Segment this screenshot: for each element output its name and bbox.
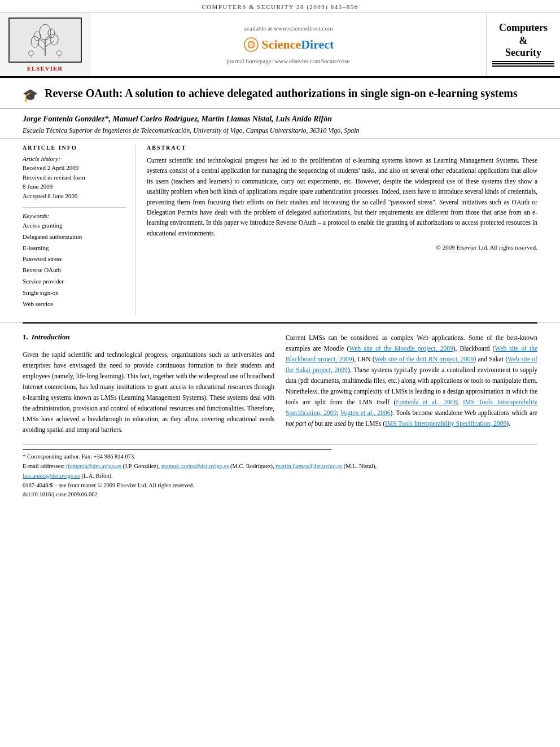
article-title: Reverse OAuth: A solution to achieve del… <box>45 86 518 101</box>
vogten-ref-link[interactable]: Vogten et al., 2006 <box>340 409 391 416</box>
sd-logo-text: ScienceDirect <box>262 37 334 52</box>
keyword-item: Reverse OAuth <box>23 265 126 276</box>
keywords-list: Access grantingDelegated authorizationE-… <box>23 220 126 309</box>
abstract-title: ABSTRACT <box>147 145 537 151</box>
right-text-9: ). <box>506 420 510 427</box>
right-text-4: ) and Sakai ( <box>474 356 508 362</box>
keyword-item: Single sign-on <box>23 287 126 299</box>
lrn-link[interactable]: Web site of the dotLRN project, 2009 <box>375 356 474 362</box>
section1-right-text: Current LMSs can be considered as comple… <box>286 333 537 429</box>
history-label: Article history: <box>23 155 126 162</box>
svg-point-5 <box>40 24 51 40</box>
elsevier-illustration <box>14 22 76 59</box>
article-history-group: Article history: Received 2 April 2009 R… <box>23 155 126 200</box>
keywords-label: Keywords: <box>23 212 126 219</box>
authors-names: Jorge Fontenla González*, Manuel Caeiro … <box>23 115 537 124</box>
not-part-of-text: not part of <box>286 420 313 427</box>
license-note: 0167-4048/$ – see front matter © 2009 El… <box>23 481 537 491</box>
svg-line-1 <box>37 43 45 50</box>
email2-link[interactable]: manuel.caeiro@det.uvigo.es <box>161 463 229 469</box>
keywords-group: Keywords: Access grantingDelegated autho… <box>23 212 126 309</box>
body-right-column: Current LMSs can be considered as comple… <box>286 333 537 435</box>
email1-name: (J.P. González), <box>123 463 160 469</box>
emails-label: E-mail addresses: <box>23 463 64 469</box>
cs-brand: Computers & Security <box>487 13 560 76</box>
cs-brand-subtitle: Security <box>505 47 541 59</box>
ref3-text: ; <box>336 409 340 416</box>
fontenla-ref-link[interactable]: Fontenla et al., 2008 <box>396 399 457 405</box>
copyright-line: © 2009 Elsevier Ltd. All rights reserved… <box>147 244 537 251</box>
journal-header: COMPUTERS & SECURITY 28 (2009) 843–856 <box>0 0 560 13</box>
received-revised-label: Received in revised form <box>23 173 126 182</box>
article-info-column: ARTICLE INFO Article history: Received 2… <box>23 145 135 316</box>
journal-homepage: journal homepage: www.elsevier.com/locat… <box>227 58 350 64</box>
doi-note: doi:10.1016/j.cose.2009.06.002 <box>23 490 537 500</box>
elsevier-logo-box <box>8 18 82 63</box>
right-text-7: but are <box>313 420 334 427</box>
authors-section: Jorge Fontenla González*, Manuel Caeiro … <box>0 109 560 139</box>
elsevier-wordmark: ELSEVIER <box>27 65 63 72</box>
main-body: 1. Introduction Given the rapid scientif… <box>0 324 560 435</box>
keyword-item: Service provider <box>23 276 126 287</box>
keyword-item: Password stress <box>23 254 126 265</box>
corresponding-note: * Corresponding author. Fax: +34 986 814… <box>23 452 537 462</box>
svg-point-10 <box>28 51 34 55</box>
keyword-item: Delegated authorization <box>23 231 126 243</box>
graduation-cap-icon: 🎓 <box>23 88 38 102</box>
keyword-item: Web service <box>23 299 126 310</box>
article-info-title: ARTICLE INFO <box>23 145 126 151</box>
section1-left-text: Given the rapid scientific and technolog… <box>23 350 274 435</box>
cs-brand-title: Computers <box>499 21 548 34</box>
accepted-date: Accepted 8 June 2009 <box>23 191 126 201</box>
svg-point-12 <box>56 51 62 55</box>
email4-line: luis.anido@det.uvigo.es (L.A. Rifón). <box>23 471 537 481</box>
right-text-6: ). Tools become standalone Web applicati… <box>390 409 537 416</box>
available-text: available at www.sciencedirect.com <box>243 25 333 32</box>
email4-name: (L.A. Rifón). <box>81 473 112 479</box>
section-title: Introduction <box>32 333 70 342</box>
svg-point-9 <box>48 29 55 38</box>
body-left-column: 1. Introduction Given the rapid scientif… <box>23 333 274 435</box>
email-addresses: E-mail addresses: jfontenla@det.uvigo.es… <box>23 462 537 471</box>
email2-name: (M.C. Rodríguez), <box>230 463 274 469</box>
svg-point-6 <box>31 36 39 47</box>
footer: * Corresponding author. Fax: +34 986 814… <box>23 444 537 502</box>
used-text: used <box>334 420 346 427</box>
section-number: 1. <box>23 333 28 342</box>
sciencedirect-logo: ScienceDirect <box>243 36 334 53</box>
ref2-text: ; <box>457 399 463 405</box>
abstract-column: ABSTRACT Current scientific and technolo… <box>147 145 537 316</box>
footer-separator <box>23 449 331 450</box>
right-text-2: ), Blackboard ( <box>453 345 495 352</box>
svg-line-2 <box>45 41 54 47</box>
email3-link[interactable]: martin.llamas@det.uvigo.es <box>275 463 342 469</box>
info-separator <box>23 207 126 208</box>
banner: ELSEVIER available at www.sciencedirect.… <box>0 13 560 78</box>
received-date: Received 2 April 2009 <box>23 163 126 173</box>
authors-text: Jorge Fontenla González*, Manuel Caeiro … <box>23 115 332 123</box>
ims-tools-link[interactable]: IMS Tools Interoperability Specification… <box>385 420 506 427</box>
abstract-text: Current scientific and technological pro… <box>147 155 537 238</box>
email3-name: (M.L. Nistal), <box>344 463 377 469</box>
cs-brand-amp: & <box>519 35 528 47</box>
revised-date: 8 June 2009 <box>23 182 126 191</box>
affiliation: Escuela Técnica Superior de Ingenieros d… <box>23 126 537 135</box>
right-text-3: ), LRN ( <box>352 356 374 362</box>
sd-logo-icon <box>243 36 260 53</box>
article-icon: 🎓 <box>23 88 38 103</box>
moodle-link[interactable]: Web site of the Moodle project, 2009 <box>349 345 453 352</box>
sciencedirect-area: available at www.sciencedirect.com Scien… <box>90 13 487 76</box>
elsevier-logo: ELSEVIER <box>0 13 90 76</box>
article-title-section: 🎓 Reverse OAuth: A solution to achieve d… <box>0 78 560 109</box>
keyword-item: Access granting <box>23 220 126 231</box>
keyword-item: E-learning <box>23 243 126 254</box>
email1-link[interactable]: jfontenla@det.uvigo.es <box>66 463 121 469</box>
email4-link[interactable]: luis.anido@det.uvigo.es <box>23 473 80 479</box>
right-text-8: by the LMSs ( <box>346 420 385 427</box>
info-section: ARTICLE INFO Article history: Received 2… <box>0 139 560 322</box>
cs-brand-lines <box>492 61 554 68</box>
